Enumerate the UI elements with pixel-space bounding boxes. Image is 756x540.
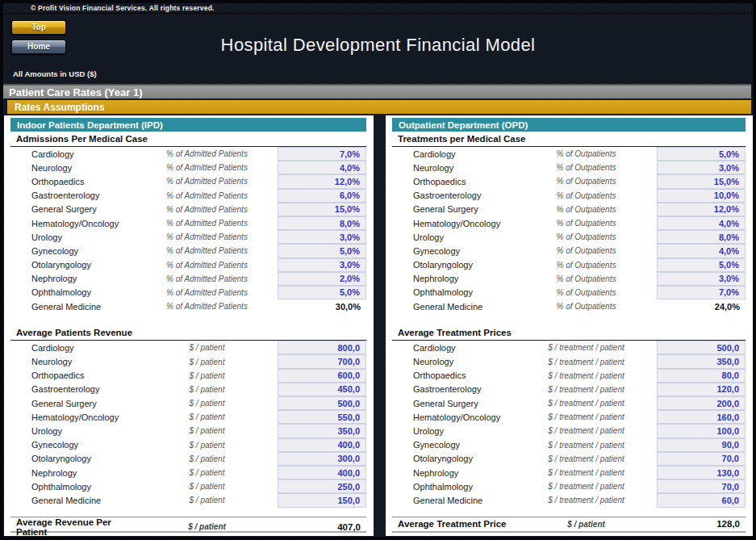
input-value-cell[interactable]: 15,0%	[657, 174, 746, 188]
row-unit: % of Admitted Patients	[136, 246, 278, 255]
input-value-cell[interactable]: 150,0	[278, 493, 366, 507]
top-button[interactable]: Top	[11, 20, 66, 35]
row-unit: % of Outpatients	[516, 177, 657, 186]
input-value-cell[interactable]: 60,0	[657, 493, 746, 507]
input-value-cell[interactable]: 15,0%	[278, 203, 366, 216]
row-label: Neurology	[10, 357, 136, 366]
input-value-cell[interactable]: 4,0%	[278, 161, 366, 174]
row-unit: % of Admitted Patients	[136, 274, 278, 283]
input-value-cell[interactable]: 200,0	[657, 396, 746, 410]
table-row: Nephrology$ / treatment / patient130,0	[392, 466, 746, 479]
row-unit: $ / treatment / patient	[516, 496, 657, 504]
row-unit: $ / treatment / patient	[516, 441, 657, 450]
table-row: Ophthalmology$ / treatment / patient70,0	[392, 479, 746, 493]
input-value-cell[interactable]: 70,0	[657, 479, 746, 493]
input-value-cell[interactable]: 10,0%	[657, 189, 746, 203]
table-row: Otolaryngology$ / treatment / patient70,…	[392, 452, 746, 466]
input-value-cell[interactable]: 350,0	[657, 354, 746, 368]
row-label: General Medicine	[10, 496, 136, 505]
input-value-cell[interactable]: 250,0	[278, 479, 366, 493]
input-value-cell[interactable]: 800,0	[278, 341, 366, 354]
row-label: Gastroenterology	[392, 384, 516, 394]
input-value-cell[interactable]: 400,0	[278, 466, 366, 479]
table-row: Nephrology% of Admitted Patients2,0%	[10, 272, 366, 286]
row-label: Gynecology	[392, 440, 516, 450]
input-value-cell[interactable]: 7,0%	[657, 286, 746, 299]
input-value-cell[interactable]: 130,0	[657, 466, 746, 479]
input-value-cell[interactable]: 70,0	[657, 452, 746, 466]
input-value-cell[interactable]: 3,0%	[278, 258, 366, 272]
row-label: Nephrology	[392, 468, 516, 478]
input-value-cell[interactable]: 160,0	[657, 410, 746, 424]
row-label: Orthopaedics	[392, 177, 516, 186]
input-value-cell[interactable]: 450,0	[278, 383, 366, 396]
input-value-cell[interactable]: 500,0	[278, 396, 366, 410]
table-row: Ophthalmology% of Admitted Patients5,0%	[10, 286, 366, 299]
input-value-cell[interactable]: 90,0	[657, 438, 746, 452]
input-value-cell[interactable]: 5,0%	[657, 147, 746, 161]
input-value-cell[interactable]: 5,0%	[278, 244, 366, 257]
spacer	[10, 313, 366, 325]
input-value-cell[interactable]: 6,0%	[278, 189, 366, 203]
row-unit: % of Outpatients	[516, 191, 657, 200]
input-value-cell[interactable]: 80,0	[657, 369, 746, 383]
total-unit: $ / patient	[516, 520, 657, 529]
row-label: Urology	[392, 232, 516, 242]
spacer	[392, 508, 746, 517]
row-label: Otolaryngology	[392, 454, 516, 463]
opd-panel-header: Outpatient Department (OPD)	[392, 118, 746, 132]
input-value-cell[interactable]: 550,0	[278, 410, 366, 424]
input-value-cell[interactable]: 5,0%	[657, 258, 746, 272]
input-value-cell[interactable]: 350,0	[278, 424, 366, 437]
section-heading: Average Treatment Prices	[392, 325, 746, 341]
table-row: Gynecology% of Admitted Patients5,0%	[10, 244, 366, 257]
input-value-cell[interactable]: 5,0%	[278, 286, 366, 299]
input-value-cell[interactable]: 3,0%	[657, 272, 746, 286]
row-unit: % of Outpatients	[516, 274, 657, 283]
input-value-cell[interactable]: 8,0%	[278, 216, 366, 230]
input-value-cell[interactable]: 300,0	[278, 452, 366, 466]
row-unit: $ / patient	[136, 441, 278, 450]
total-value: 407,0	[278, 517, 366, 537]
rates-assumptions-bar: Rates Assumptions	[7, 100, 751, 114]
row-unit: % of Outpatients	[516, 163, 657, 172]
input-value-cell[interactable]: 4,0%	[657, 216, 746, 230]
table-row: General Surgery% of Admitted Patients15,…	[10, 203, 366, 216]
row-unit: $ / patient	[136, 454, 278, 463]
input-value-cell[interactable]: 12,0%	[278, 174, 366, 188]
input-value-cell[interactable]: 2,0%	[278, 272, 366, 286]
row-label: Neurology	[392, 163, 516, 173]
input-value-cell[interactable]: 400,0	[278, 438, 366, 452]
input-value-cell[interactable]: 8,0%	[657, 230, 746, 244]
row-unit: $ / patient	[136, 412, 278, 421]
row-unit: $ / patient	[136, 399, 278, 408]
page-section-title: Patient Care Rates (Year 1)	[9, 86, 142, 98]
row-unit: % of Admitted Patients	[136, 261, 278, 270]
total-label: Average Revenue Per Patient	[10, 517, 136, 537]
table-row: Hematology/Oncology% of Admitted Patient…	[10, 216, 366, 230]
table-row: General Surgery$ / treatment / patient20…	[392, 396, 746, 410]
table-row: Cardiology% of Outpatients5,0%	[392, 147, 746, 161]
amounts-note: All Amounts in USD ($)	[13, 69, 97, 78]
input-value-cell[interactable]: 600,0	[278, 369, 366, 383]
row-unit: % of Admitted Patients	[136, 219, 278, 228]
row-label: Ophthalmology	[10, 287, 136, 297]
section-heading: Average Patients Revenue	[10, 325, 366, 341]
row-label: Urology	[10, 426, 136, 436]
copyright-text: © Profit Vision Financial Services. All …	[31, 4, 215, 12]
input-value-cell[interactable]: 3,0%	[657, 161, 746, 174]
input-value-cell[interactable]: 700,0	[278, 354, 366, 368]
row-unit: $ / treatment / patient	[516, 358, 657, 366]
input-value-cell[interactable]: 4,0%	[657, 244, 746, 257]
input-value-cell[interactable]: 120,0	[657, 383, 746, 396]
input-value-cell[interactable]: 12,0%	[657, 203, 746, 216]
table-row: Gastroenterology% of Admitted Patients6,…	[10, 189, 366, 203]
input-value-cell[interactable]: 100,0	[657, 424, 746, 437]
input-value-cell[interactable]: 500,0	[657, 341, 746, 354]
ipd-panel: Indoor Patients Department (IPD)Admissio…	[4, 115, 374, 536]
row-unit: $ / treatment / patient	[516, 371, 657, 380]
row-unit: % of Admitted Patients	[136, 163, 278, 172]
table-row: Orthopaedics$ / patient600,0	[10, 369, 366, 383]
input-value-cell[interactable]: 3,0%	[278, 230, 366, 244]
input-value-cell[interactable]: 7,0%	[278, 147, 366, 161]
